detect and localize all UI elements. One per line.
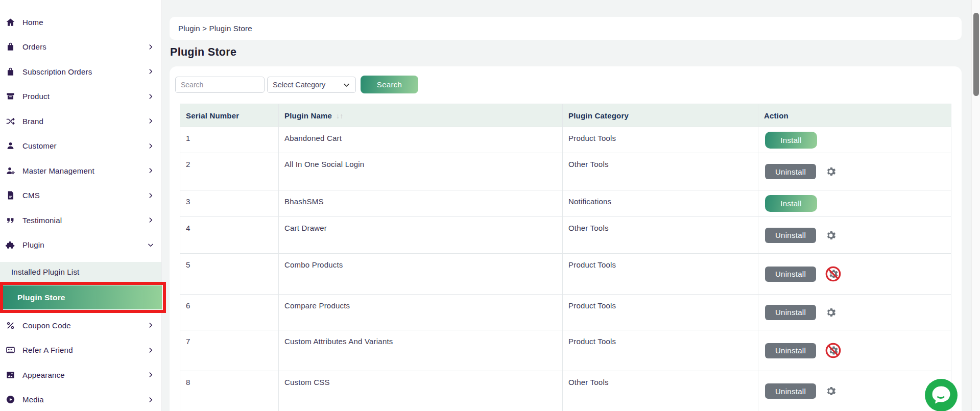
uninstall-button[interactable]: Uninstall: [765, 305, 816, 320]
user-gear-icon: [6, 166, 15, 176]
gear-icon[interactable]: [825, 385, 837, 397]
sidebar-item-home[interactable]: Home: [0, 10, 161, 35]
sidebar-item-plugin[interactable]: Plugin: [0, 233, 161, 258]
cell-plugin-category: Product Tools: [563, 295, 758, 330]
chevron-right-icon: [147, 371, 154, 378]
sidebar-item-master-management[interactable]: Master Management: [0, 158, 161, 183]
sidebar-item-brand[interactable]: Brand: [0, 109, 161, 134]
cell-action: Uninstall: [758, 330, 951, 371]
play-icon: [6, 395, 15, 404]
chevron-right-icon: [147, 347, 154, 354]
sidebar-item-customer[interactable]: Customer: [0, 134, 161, 159]
action-group: Install: [765, 195, 951, 212]
col-serial-number: Serial Number: [180, 104, 279, 127]
card-icon: [6, 345, 15, 355]
cell-plugin-name: All In One Social Login: [279, 153, 563, 190]
sidebar-top-group: HomeOrdersSubscription OrdersProductBran…: [0, 10, 161, 257]
cell-plugin-category: Notifications: [563, 190, 758, 217]
sidebar-item-label: Refer A Friend: [22, 346, 73, 354]
cell-action: Uninstall: [758, 217, 951, 254]
sidebar-item-label: CMS: [22, 191, 40, 200]
sidebar-item-label: Customer: [22, 141, 57, 150]
chevron-right-icon: [147, 322, 154, 329]
action-group: Uninstall: [765, 305, 951, 320]
cell-plugin-name: Combo Products: [279, 254, 563, 295]
sidebar-item-subscription-orders[interactable]: Subscription Orders: [0, 59, 161, 84]
table-row: 4Cart DrawerOther ToolsUninstall: [180, 217, 951, 254]
cell-plugin-name: Abandoned Cart: [279, 127, 563, 153]
sidebar-item-label: Testimonial: [22, 216, 62, 225]
action-group: Uninstall: [765, 342, 951, 359]
cell-plugin-category: Product Tools: [563, 127, 758, 153]
sidebar-item-label: Brand: [22, 117, 43, 126]
chevron-right-icon: [147, 93, 154, 100]
search-input[interactable]: [175, 77, 265, 93]
sidebar-item-label: Product: [22, 92, 50, 101]
sidebar-item-media[interactable]: Media: [0, 388, 161, 411]
sidebar-item-product[interactable]: Product: [0, 84, 161, 109]
uninstall-button[interactable]: Uninstall: [765, 267, 816, 282]
action-group: Uninstall: [765, 228, 951, 243]
install-button[interactable]: Install: [765, 195, 817, 212]
uninstall-button[interactable]: Uninstall: [765, 383, 816, 399]
file-icon: [6, 190, 15, 200]
breadcrumb: Plugin > Plugin Store: [170, 17, 962, 40]
cell-serial-number: 4: [180, 217, 279, 254]
sidebar-item-label: Media: [22, 395, 44, 404]
sidebar: HomeOrdersSubscription OrdersProductBran…: [0, 0, 162, 411]
col-plugin-name[interactable]: Plugin Name↓↑: [279, 104, 563, 127]
install-button[interactable]: Install: [765, 132, 817, 149]
action-group: Install: [765, 132, 951, 149]
sidebar-item-cms[interactable]: CMS: [0, 183, 161, 208]
chevron-right-icon: [147, 43, 154, 51]
col-plugin-category: Plugin Category: [563, 104, 758, 127]
sidebar-item-plugin-store[interactable]: Plugin Store: [3, 285, 162, 309]
scrollbar-thumb[interactable]: [973, 13, 979, 96]
sidebar-item-refer-a-friend[interactable]: Refer A Friend: [0, 338, 161, 363]
shuffle-icon: [6, 116, 15, 126]
sidebar-item-orders[interactable]: Orders: [0, 35, 161, 60]
table-row: 8Custom CSSOther ToolsUninstall: [180, 371, 951, 411]
col-action: Action: [758, 104, 951, 127]
sidebar-item-appearance[interactable]: Appearance: [0, 362, 161, 388]
action-group: Uninstall: [765, 164, 951, 179]
bag-icon: [6, 67, 15, 77]
chevron-right-icon: [147, 396, 154, 403]
category-select-value: Select Category: [273, 81, 325, 89]
puzzle-icon: [6, 240, 15, 250]
sort-arrows-icon[interactable]: ↓↑: [336, 112, 343, 120]
table-row: 3BhashSMSNotificationsInstall: [180, 190, 951, 217]
sidebar-item-installed-plugin-list[interactable]: Installed Plugin List: [0, 262, 161, 282]
uninstall-button[interactable]: Uninstall: [765, 164, 816, 179]
cell-serial-number: 8: [180, 371, 279, 411]
sidebar-item-label: Home: [22, 18, 43, 27]
gear-icon[interactable]: [825, 165, 837, 178]
sidebar-item-testimonial[interactable]: Testimonial: [0, 208, 161, 233]
cell-plugin-name: Compare Products: [279, 295, 563, 330]
chat-widget-button[interactable]: [925, 379, 958, 411]
uninstall-button[interactable]: Uninstall: [765, 343, 816, 358]
category-select[interactable]: Select Category: [267, 77, 356, 93]
cell-action: Uninstall: [758, 254, 951, 295]
uninstall-button[interactable]: Uninstall: [765, 228, 816, 243]
page-title: Plugin Store: [170, 46, 236, 59]
cell-serial-number: 2: [180, 153, 279, 190]
gear-disabled-icon[interactable]: [825, 265, 842, 282]
sidebar-active-wrap: Plugin Store: [0, 282, 161, 313]
cell-plugin-category: Other Tools: [563, 371, 758, 411]
gear-icon[interactable]: [825, 306, 837, 319]
gear-disabled-icon[interactable]: [825, 342, 842, 359]
cell-action: Install: [758, 190, 951, 217]
search-button[interactable]: Search: [361, 76, 418, 93]
sidebar-item-label: Orders: [22, 42, 46, 51]
scrollbar-track[interactable]: [971, 0, 980, 411]
percent-icon: [6, 321, 15, 330]
chevron-down-icon: [343, 81, 350, 89]
cell-serial-number: 1: [180, 127, 279, 153]
breadcrumb-text: Plugin > Plugin Store: [178, 24, 252, 33]
chevron-right-icon: [147, 167, 154, 174]
sidebar-item-coupon-code[interactable]: Coupon Code: [0, 313, 161, 338]
gear-icon[interactable]: [825, 229, 837, 241]
table-header-row: Serial Number Plugin Name↓↑ Plugin Categ…: [180, 104, 951, 127]
home-icon: [6, 17, 15, 27]
